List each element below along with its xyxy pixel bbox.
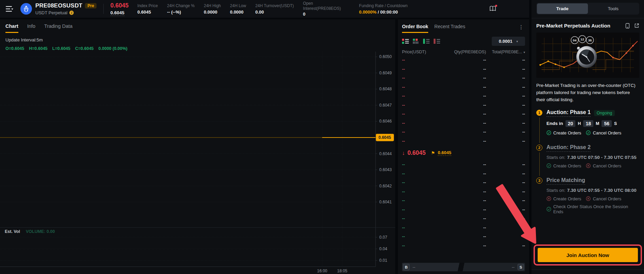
last-price: 0.6045 (110, 2, 129, 9)
orderbook-row-bid[interactable]: ------ (398, 205, 529, 215)
check-circle-icon (546, 163, 551, 168)
orderbook-last-price[interactable]: 0.6045 (407, 149, 426, 157)
funding-countdown: 00:00:00 (380, 10, 398, 15)
svg-text:0.6043: 0.6043 (379, 167, 392, 172)
price-chart-svg[interactable]: 0.60500.60490.60480.60470.60460.60440.60… (0, 52, 395, 274)
guide-book-icon[interactable] (489, 5, 497, 12)
orderbook-row-ask[interactable]: ------ (398, 65, 529, 74)
svg-text:0.6046: 0.6046 (379, 119, 392, 124)
orderbook-mid-price: ↓ 0.6045 ⚑ 0.6045 (398, 146, 529, 160)
stat-funding-rate: Funding Rate / Countdown 0.0000% / 00:00… (359, 3, 408, 15)
view-mode-combined-icon[interactable] (402, 39, 409, 44)
phase-2-number: 2 (536, 145, 542, 151)
phase-1-countdown: Ends in 20 H 18 M 56 S (546, 120, 639, 127)
side-panel-tabs: Trade Tools (536, 3, 639, 15)
perm-create-orders: Create Orders (546, 196, 581, 201)
perm-cancel-orders: Cancel Orders (586, 196, 621, 201)
svg-text:0.6050: 0.6050 (379, 54, 392, 59)
orderbook-row-bid[interactable]: ------ (398, 232, 529, 241)
orderbook-row-ask[interactable]: ------ (398, 74, 529, 83)
orderbook-view-modes: 0.0001 ▾ (398, 33, 529, 47)
buy-ratio: -- (413, 265, 415, 270)
svg-text:0.6048: 0.6048 (379, 87, 392, 91)
orderbook-asks: ----------------------------------------… (398, 56, 529, 146)
token-logo (20, 3, 32, 15)
orderbook-row-ask[interactable]: ------ (398, 56, 529, 65)
orderbook-row-bid[interactable]: ------ (398, 214, 529, 223)
chart-panel: Chart Info Trading Data Update Interval:… (0, 19, 395, 274)
auction-description: Pre-Market Trading is an over-the-counte… (536, 82, 639, 104)
pre-badge: Pre (85, 3, 96, 8)
auction-phases: 1 Auction: Phase 1 Ongoing Ends in 20 H … (536, 109, 639, 223)
funding-rate-value: 0.0000% (359, 10, 377, 15)
app-root: PRE08EOSUSDT Pre USDT Perpetual i 0.6045… (0, 0, 644, 274)
tick-size-select[interactable]: 0.0001 ▾ (492, 37, 525, 46)
orderbook-row-ask[interactable]: ------ (398, 92, 529, 101)
tab-tools[interactable]: Tools (588, 3, 639, 14)
banner-countdown-badges: 04 12 35 (571, 36, 593, 44)
orderbook-mark-price[interactable]: 0.6045 (438, 150, 451, 156)
phase-2-starts: Starts on:7.30 UTC 07:50 - 7.30 UTC 07:5… (546, 155, 639, 160)
phase-3-number: 3 (536, 178, 542, 184)
mark-price-flag-icon[interactable]: ⚑ (431, 150, 435, 156)
info-icon[interactable]: i (69, 11, 74, 15)
stat-24h-change: 24H Change % -- (--%) (167, 3, 194, 15)
orderbook-tabs: Order Book Recent Trades ⋮ (398, 19, 529, 33)
ohlc-low: L=0.6045 (52, 46, 70, 51)
svg-text:04: 04 (573, 38, 577, 42)
view-mode-depth-icon[interactable] (413, 39, 419, 44)
svg-text:0.01: 0.01 (379, 258, 387, 263)
orderbook-row-bid[interactable]: ------ (398, 178, 529, 187)
orderbook-row-ask[interactable]: ------ (398, 101, 529, 110)
banner-clock (576, 46, 597, 68)
tab-order-book[interactable]: Order Book (402, 24, 428, 33)
symbol-block[interactable]: PRE08EOSUSDT Pre USDT Perpetual i (35, 2, 97, 15)
header-bar: PRE08EOSUSDT Pre USDT Perpetual i 0.6045… (0, 0, 529, 18)
external-link-icon[interactable] (634, 23, 639, 29)
mark-price[interactable]: 0.6045 (110, 10, 124, 16)
cross-circle-icon (586, 196, 591, 201)
orderbook-row-bid[interactable]: ------ (398, 160, 529, 169)
orderbook-row-bid[interactable]: ------ (398, 169, 529, 179)
orderbook-row-bid[interactable]: ------ (398, 196, 529, 205)
join-auction-button[interactable]: Join Auction Now (538, 248, 638, 262)
orderbook-row-ask[interactable]: ------ (398, 110, 529, 119)
ohlc-high: H=0.6045 (29, 46, 48, 51)
orderbook-row-ask[interactable]: ------ (398, 119, 529, 128)
orderbook-row-bid[interactable]: ------ (398, 241, 529, 251)
stat-24h-high: 24H High 0.0000 (204, 3, 221, 15)
order-list-icon[interactable] (625, 23, 630, 29)
stat-24h-turnover: 24H Turnover(USDT) 0.00 (255, 3, 294, 15)
view-mode-bids-only-icon[interactable] (423, 39, 430, 44)
view-mode-asks-only-icon[interactable] (434, 39, 440, 44)
update-interval-label: Update Interval:5m (0, 33, 395, 42)
hamburger-menu-icon[interactable] (5, 5, 14, 12)
orderbook-menu-icon[interactable]: ⋮ (517, 24, 525, 33)
tab-chart[interactable]: Chart (5, 23, 18, 33)
orderbook-row-ask[interactable]: ------ (398, 128, 529, 137)
orderbook-row-bid[interactable]: ------ (398, 223, 529, 233)
svg-text:0.6045: 0.6045 (379, 135, 391, 140)
stat-index-price: Index Price 0.6045 (137, 3, 158, 15)
orderbook-row-bid[interactable]: ------ (398, 187, 529, 197)
svg-text:0.07: 0.07 (379, 235, 387, 240)
orderbook-row-ask[interactable]: ------ (398, 137, 529, 146)
chart-tabs: Chart Info Trading Data (0, 19, 395, 33)
svg-text:12: 12 (580, 37, 584, 41)
svg-text:16:00: 16:00 (317, 269, 327, 273)
tab-info[interactable]: Info (27, 23, 35, 33)
stat-open-interest: Open Interest(PRE08EOS) 0 (303, 1, 350, 17)
notification-dot (495, 5, 497, 7)
phase-1-number: 1 (536, 110, 542, 116)
orderbook-panel: Order Book Recent Trades ⋮ (398, 19, 529, 274)
tab-recent-trades[interactable]: Recent Trades (434, 24, 465, 33)
tab-trade[interactable]: Trade (537, 3, 588, 14)
join-button-highlight-annotation: Join Auction Now (534, 244, 642, 266)
current-price-tag: 0.6045 (376, 134, 394, 141)
orderbook-row-ask[interactable]: ------ (398, 83, 529, 92)
col-total[interactable]: Total(PRE08E...▾ (486, 50, 525, 54)
header-stats: Index Price 0.6045 24H Change % -- (--%)… (137, 1, 407, 17)
tab-trading-data[interactable]: Trading Data (44, 23, 72, 33)
svg-text:35: 35 (588, 38, 592, 42)
check-circle-icon (586, 130, 591, 135)
